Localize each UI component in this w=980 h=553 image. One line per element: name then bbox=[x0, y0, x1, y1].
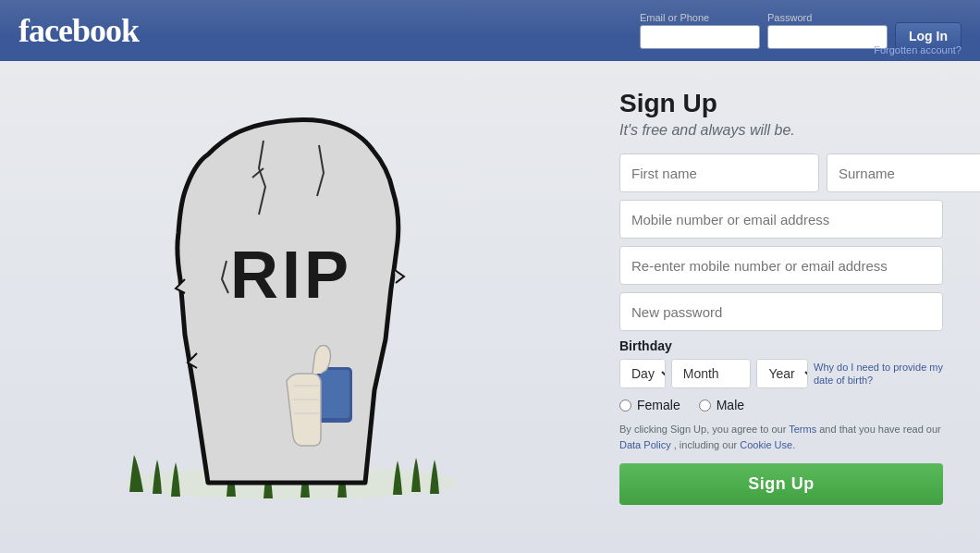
male-radio[interactable] bbox=[699, 399, 711, 412]
day-wrapper: Day 12345 678910 1112131415 1617181920 2… bbox=[619, 359, 666, 388]
year-wrapper: Year 2024202320102000 199019801970196019… bbox=[756, 359, 808, 388]
email-label: Email or Phone bbox=[640, 12, 760, 23]
data-policy-link[interactable]: Data Policy bbox=[619, 439, 671, 450]
birthday-row: Day 12345 678910 1112131415 1617181920 2… bbox=[619, 359, 943, 388]
signup-subtitle: It's free and always will be. bbox=[619, 122, 943, 139]
birthday-label: Birthday bbox=[619, 338, 943, 353]
main-content: RIP Sign Up It's free and always will be bbox=[0, 61, 980, 553]
re-enter-input[interactable] bbox=[619, 246, 943, 285]
why-dob-link[interactable]: Why do I need to provide my date of birt… bbox=[814, 361, 943, 387]
gender-row: Female Male bbox=[619, 398, 943, 412]
day-select[interactable]: Day 12345 678910 1112131415 1617181920 2… bbox=[620, 360, 666, 387]
svg-text:RIP: RIP bbox=[230, 238, 352, 312]
left-panel: RIP bbox=[0, 61, 582, 553]
svg-rect-3 bbox=[320, 370, 349, 418]
male-label: Male bbox=[717, 398, 744, 412]
terms-text-2: and that you have read our bbox=[819, 424, 940, 435]
month-wrapper: Month JanuaryFebruaryMarch AprilMayJune … bbox=[671, 359, 752, 388]
header-password-input[interactable] bbox=[767, 25, 888, 49]
terms-text-1: By clicking Sign Up, you agree to our bbox=[619, 424, 786, 435]
male-option[interactable]: Male bbox=[699, 398, 744, 412]
forgotten-account-link[interactable]: Forgotten account? bbox=[874, 44, 962, 55]
first-name-input[interactable] bbox=[619, 154, 819, 192]
terms-text-3: , including our bbox=[674, 439, 738, 450]
tombstone-image: RIP bbox=[116, 94, 467, 520]
female-label: Female bbox=[637, 398, 680, 412]
signup-button[interactable]: Sign Up bbox=[619, 463, 943, 505]
mobile-email-input[interactable] bbox=[619, 200, 943, 239]
signup-title: Sign Up bbox=[619, 89, 943, 118]
right-panel: Sign Up It's free and always will be. Bi… bbox=[582, 61, 980, 553]
name-row bbox=[619, 154, 943, 192]
terms-text: By clicking Sign Up, you agree to our Te… bbox=[619, 422, 943, 452]
cookie-use-link[interactable]: Cookie Use bbox=[740, 439, 792, 450]
female-option[interactable]: Female bbox=[619, 398, 680, 412]
terms-link[interactable]: Terms bbox=[789, 424, 816, 435]
surname-input[interactable] bbox=[827, 154, 980, 192]
logo: facebook bbox=[18, 11, 139, 50]
email-group: Email or Phone bbox=[640, 12, 760, 49]
new-password-input[interactable] bbox=[619, 292, 943, 331]
year-select[interactable]: Year 2024202320102000 199019801970196019… bbox=[757, 360, 808, 387]
female-radio[interactable] bbox=[619, 399, 631, 412]
header-email-input[interactable] bbox=[640, 25, 760, 49]
password-group: Password bbox=[767, 12, 888, 49]
header: facebook Email or Phone Password Log In … bbox=[0, 0, 980, 61]
month-select[interactable]: Month JanuaryFebruaryMarch AprilMayJune … bbox=[672, 360, 752, 387]
password-label: Password bbox=[767, 12, 888, 23]
